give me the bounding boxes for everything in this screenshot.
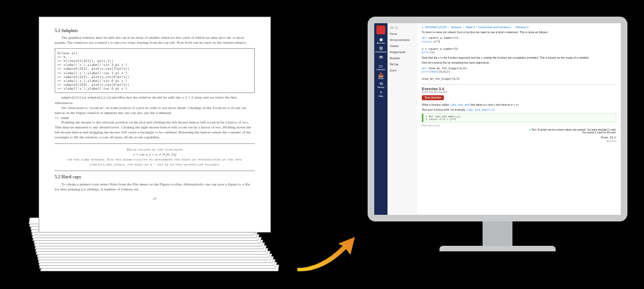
nav-help[interactable]: ?Help	[377, 91, 385, 96]
user-code-cell[interactable]: 1 def cube_and_add(x,y):2 return x**3 + …	[422, 113, 616, 122]
breadcrumb-item[interactable]: MAS1803 (21/22)	[425, 25, 447, 29]
coursemenu-item[interactable]: Announcements	[390, 38, 415, 42]
breadcrumb-item[interactable]: Handout 3	[516, 25, 528, 29]
coursemenu-item[interactable]: ReCap	[390, 63, 415, 66]
course-menu: 202 ·21 HomeAnnouncementsGradesAssignmen…	[388, 23, 417, 215]
coursemenu-item[interactable]: Home	[390, 32, 415, 35]
paper-stack: 5.1 Subplots The graphics window may be …	[22, 11, 287, 271]
nav-dashboard[interactable]: ⊞Dashboard	[377, 47, 385, 52]
coursemenu-item[interactable]: Modules	[390, 56, 415, 60]
transition-arrow	[293, 234, 359, 272]
code-block-2: def show_me_the_bigger(a,b): print(max([…	[422, 66, 616, 81]
global-nav: ◉Account⊞Dashboard✉▭Calendar📥Inbox⟲Histo…	[374, 23, 388, 215]
nav-item[interactable]: ✉	[377, 55, 385, 61]
breadcrumb-item[interactable]: Week 3 – Control flow and functions I	[465, 25, 511, 29]
exercise-title: Exercise 3.4	[422, 87, 616, 91]
check-icon: ✔	[529, 128, 531, 131]
page-content: ≡ MAS1803 (21/22)›Modules›Week 3 – Contr…	[417, 23, 621, 215]
code-block-1: def square_a_number(x): return x**2x = s…	[422, 36, 616, 54]
matlab-code-block: %close all>> %...>> %(\texttt(221)\, p2(…	[55, 48, 255, 94]
document-page: 5.1 Subplots The graphics window may be …	[39, 17, 271, 233]
coursemenu-item[interactable]: Grades	[390, 44, 415, 48]
hamburger-icon[interactable]: ≡	[422, 25, 423, 29]
nav-history[interactable]: ⟲History	[377, 82, 385, 87]
institution-logo	[376, 25, 385, 34]
nav-calendar[interactable]: ▭Calendar	[377, 64, 385, 70]
coursemenu-item[interactable]: Zoom	[390, 69, 415, 72]
show-exercise-button[interactable]: Show Exercise	[422, 95, 444, 100]
computer-monitor: ◉Account⊞Dashboard✉▭Calendar📥Inbox⟲Histo…	[368, 17, 627, 271]
nav-account[interactable]: ◉Account	[377, 38, 385, 43]
breadcrumb[interactable]: ≡ MAS1803 (21/22)›Modules›Week 3 – Contr…	[422, 25, 616, 29]
section-heading: 5.1 Subplots	[55, 28, 255, 34]
lms-screen: ◉Account⊞Dashboard✉▭Calendar📥Inbox⟲Histo…	[374, 23, 621, 215]
coursemenu-item[interactable]: Assignments	[390, 50, 415, 54]
breadcrumb-item[interactable]: Modules	[451, 25, 462, 29]
section-heading: 5.2 Hard copy	[55, 174, 255, 180]
check-icon: ✔	[614, 136, 616, 139]
nav-inbox[interactable]: 📥Inbox	[377, 73, 385, 79]
